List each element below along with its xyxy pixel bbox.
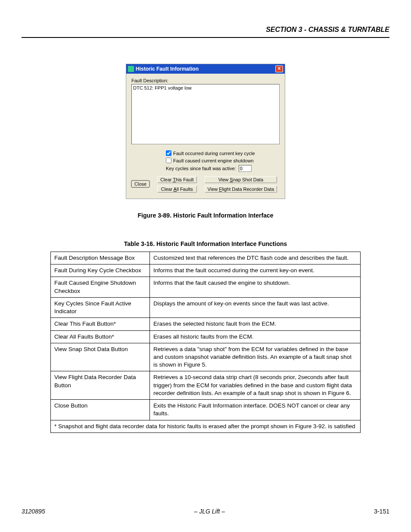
dialog-body: Fault Description: DTC 512: FPP1 voltage… bbox=[126, 74, 285, 199]
function-name-cell: Key Cycles Since Fault Active Indicator bbox=[51, 297, 150, 317]
function-name-cell: Clear All Faults Button* bbox=[51, 330, 150, 343]
checkbox-area: Fault occurred during current key cycle … bbox=[166, 150, 280, 172]
function-desc-cell: Displays the amount of key-on events sin… bbox=[150, 297, 361, 317]
clear-all-faults-button[interactable]: Clear All Faults bbox=[157, 186, 196, 193]
function-name-cell: Fault Description Message Box bbox=[51, 252, 150, 264]
button-area: Close Clear This Fault Clear All Faults … bbox=[131, 176, 280, 193]
function-name-cell: View Flight Data Recorder Data Button bbox=[51, 371, 150, 400]
table-row: Fault Caused Engine Shutdown CheckboxInf… bbox=[51, 277, 361, 297]
function-desc-cell: Exits the Historic Fault Information int… bbox=[150, 400, 361, 420]
footer-docnum: 3120895 bbox=[22, 508, 45, 515]
table-row: View Flight Data Recorder Data ButtonRet… bbox=[51, 371, 361, 400]
function-desc-cell: Informs that the fault occurred during t… bbox=[150, 264, 361, 277]
table-caption: Table 3-16. Historic Fault Information I… bbox=[22, 240, 389, 247]
dialog-titlebar: Historic Fault Information × bbox=[126, 64, 285, 74]
function-name-cell: Fault During Key Cycle Checkbox bbox=[51, 264, 150, 277]
footer-center: – JLG Lift – bbox=[194, 508, 225, 515]
key-cycles-input[interactable] bbox=[239, 165, 252, 172]
table-row: Key Cycles Since Fault Active IndicatorD… bbox=[51, 297, 361, 317]
table-row: Fault Description Message BoxCustomized … bbox=[51, 252, 361, 264]
function-desc-cell: Customized text that references the DTC … bbox=[150, 252, 361, 264]
function-name-cell: Clear This Fault Button* bbox=[51, 318, 150, 330]
footer-pagenum: 3-151 bbox=[374, 508, 389, 515]
historic-fault-dialog: Historic Fault Information × Fault Descr… bbox=[126, 64, 285, 199]
section-header: SECTION 3 - CHASSIS & TURNTABLE bbox=[22, 26, 389, 38]
close-icon[interactable]: × bbox=[275, 65, 283, 72]
fault-description-label: Fault Description: bbox=[131, 78, 280, 83]
function-desc-cell: Informs that the fault caused the engine… bbox=[150, 277, 361, 297]
fault-description-box[interactable]: DTC 512: FPP1 voltage low bbox=[131, 84, 280, 144]
table-row: Close ButtonExits the Historic Fault Inf… bbox=[51, 400, 361, 420]
function-desc-cell: Retrieves a data "snap shot" from the EC… bbox=[150, 343, 361, 371]
engine-shutdown-checkbox-label: Fault caused current engine shutdown bbox=[173, 158, 254, 163]
table-row: Clear This Fault Button*Erases the selec… bbox=[51, 318, 361, 330]
function-desc-cell: Erases all historic faults from the ECM. bbox=[150, 330, 361, 343]
table-row: View Snap Shot Data ButtonRetrieves a da… bbox=[51, 343, 361, 371]
table-footnote-row: * Snapshot and flight data recorder data… bbox=[51, 420, 361, 432]
engine-shutdown-checkbox[interactable] bbox=[166, 158, 171, 163]
table-footnote-cell: * Snapshot and flight data recorder data… bbox=[51, 420, 361, 432]
view-flight-data-button[interactable]: View Flight Data Recorder Data bbox=[205, 186, 277, 193]
figure-caption: Figure 3-89. Historic Fault Information … bbox=[22, 212, 389, 219]
function-desc-cell: Erases the selected historic fault from … bbox=[150, 318, 361, 330]
function-name-cell: Close Button bbox=[51, 400, 150, 420]
key-cycle-checkbox-label: Fault occurred during current key cycle bbox=[173, 151, 255, 156]
key-cycle-checkbox[interactable] bbox=[166, 150, 171, 156]
function-name-cell: Fault Caused Engine Shutdown Checkbox bbox=[51, 277, 150, 297]
table-row: Fault During Key Cycle CheckboxInforms t… bbox=[51, 264, 361, 277]
close-button[interactable]: Close bbox=[131, 180, 149, 187]
app-icon bbox=[128, 66, 134, 72]
table-row: Clear All Faults Button*Erases all histo… bbox=[51, 330, 361, 343]
clear-this-fault-button[interactable]: Clear This Fault bbox=[157, 176, 196, 183]
function-name-cell: View Snap Shot Data Button bbox=[51, 343, 150, 371]
page-footer: 3120895 – JLG Lift – 3-151 bbox=[22, 508, 389, 515]
key-cycles-label: Key cycles since fault was active: bbox=[166, 166, 236, 171]
functions-table: Fault Description Message BoxCustomized … bbox=[50, 252, 361, 433]
dialog-title: Historic Fault Information bbox=[136, 66, 275, 72]
view-snap-shot-button[interactable]: View Snap Shot Data bbox=[205, 176, 277, 183]
function-desc-cell: Retrieves a 10-second data strip chart (… bbox=[150, 371, 361, 400]
